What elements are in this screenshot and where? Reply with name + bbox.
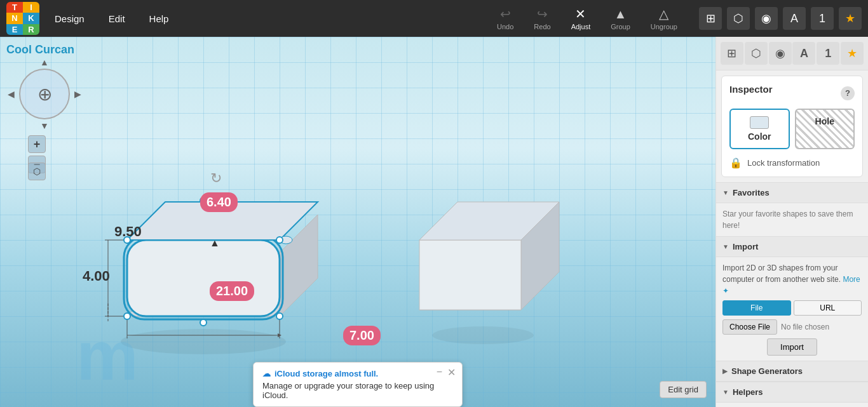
favorites-arrow: ▼ — [722, 189, 729, 196]
nav-cube: ▲ ▼ ◀ ▶ — [19, 69, 70, 119]
group-label: Group — [611, 23, 630, 30]
icloud-close-area: − ✕ — [437, 366, 456, 378]
shape-gen-title: Shape Generators — [731, 366, 803, 376]
helpers-title: Helpers — [733, 387, 763, 397]
logo-k: K — [23, 13, 39, 23]
inspector-panel: Inspector ? Color Hole 🔒 Lock transforma… — [721, 76, 863, 177]
group-button[interactable]: ▲ Group — [602, 4, 639, 33]
main-area: Cool Curcan ▲ ▼ ◀ ▶ + − ⬡ — [0, 37, 868, 407]
no-file-label: No file chosen — [781, 323, 829, 331]
nav-down-arrow[interactable]: ▼ — [40, 121, 49, 131]
color-swatch — [750, 116, 769, 129]
favorites-header[interactable]: ▼ Favorites — [716, 182, 868, 203]
undo-icon: ↩ — [500, 6, 511, 22]
inspector-title: Inspector — [729, 84, 773, 95]
adjust-icon: ✕ — [575, 6, 586, 22]
nav-right-arrow[interactable]: ▶ — [74, 89, 81, 99]
letter-a-icon-btn[interactable]: A — [792, 42, 815, 65]
logo-r: R — [23, 24, 39, 35]
undo-button[interactable]: ↩ Undo — [488, 4, 522, 33]
icloud-minimize-btn[interactable]: − — [437, 366, 442, 378]
dim-label-640: 6.40 — [200, 192, 238, 212]
ungroup-button[interactable]: △ Ungroup — [642, 4, 686, 33]
sphere-icon-btn[interactable]: ◉ — [769, 42, 792, 65]
choose-file-row: Choose File No file chosen — [722, 319, 862, 335]
redo-label: Redo — [534, 23, 550, 30]
grid-background — [0, 37, 715, 407]
inspector-buttons: Color Hole — [729, 109, 855, 149]
project-name: Cool Curcan — [6, 43, 74, 57]
dim-label-2100: 21.00 — [210, 281, 254, 301]
nav-up-arrow[interactable]: ▲ — [40, 57, 49, 67]
grid-view-btn[interactable]: ⊞ — [699, 7, 722, 30]
sidebar-icon-bar: ⊞ ⬡ ◉ A 1 ★ — [716, 37, 868, 70]
zoom-in-btn[interactable]: + — [28, 135, 46, 153]
helpers-content: W Workplane — [716, 403, 868, 407]
help-nav[interactable]: Help — [140, 10, 178, 28]
nav-circle[interactable] — [19, 69, 70, 119]
number-1-btn[interactable]: 1 — [811, 7, 834, 30]
adjust-label: Adjust — [571, 23, 591, 30]
canvas-area[interactable]: Cool Curcan ▲ ▼ ◀ ▶ + − ⬡ — [0, 37, 715, 407]
favorites-title: Favorites — [733, 188, 770, 197]
import-tab-file[interactable]: File — [722, 300, 791, 316]
shape-gen-arrow: ▶ — [722, 368, 728, 375]
import-tab-url[interactable]: URL — [794, 300, 862, 316]
import-tabs: File URL — [722, 300, 862, 316]
icloud-title: ☁ iCloud storage almost full. — [262, 369, 453, 378]
star-icon-btn[interactable]: ★ — [841, 42, 864, 65]
view-toggle-btn[interactable]: ⬡ — [28, 163, 46, 180]
import-content: Import 2D or 3D shapes from your compute… — [716, 257, 868, 361]
dim-label-950: 9.50 — [108, 221, 148, 243]
star-btn[interactable]: ★ — [839, 7, 862, 30]
helpers-arrow: ▼ — [722, 389, 729, 396]
helpers-header[interactable]: ▼ Helpers — [716, 382, 868, 403]
number-1-icon-btn[interactable]: 1 — [817, 42, 839, 65]
color-button[interactable]: Color — [729, 109, 790, 149]
grid-icon-btn[interactable]: ⊞ — [721, 42, 743, 65]
globe-btn[interactable]: ◉ — [755, 7, 778, 30]
design-nav[interactable]: Design — [46, 10, 93, 28]
hole-button[interactable]: Hole — [795, 109, 855, 149]
redo-button[interactable]: ↪ Redo — [525, 4, 559, 33]
dim-label-700: 7.00 — [343, 326, 381, 345]
logo-i: I — [23, 2, 39, 13]
shape3d-btn[interactable]: ⬡ — [727, 7, 750, 30]
toolbar-center: ↩ Undo ↪ Redo ✕ Adjust ▲ Group △ Ungroup — [488, 4, 686, 33]
adjust-button[interactable]: ✕ Adjust — [562, 4, 600, 33]
import-button[interactable]: Import — [767, 338, 817, 356]
choose-file-button[interactable]: Choose File — [722, 319, 777, 335]
icloud-close-btn[interactable]: ✕ — [447, 366, 456, 378]
dim-label-400: 4.00 — [76, 265, 116, 287]
shape-generators-header[interactable]: ▶ Shape Generators — [716, 361, 868, 382]
import-description: Import 2D or 3D shapes from your compute… — [722, 262, 862, 297]
edit-nav[interactable]: Edit — [100, 10, 134, 28]
icloud-message: Manage or upgrade your storage to keep u… — [262, 381, 453, 400]
undo-label: Undo — [497, 23, 513, 30]
import-arrow: ▼ — [722, 243, 729, 250]
tinkercad-logo[interactable]: T I N K E R — [6, 2, 39, 35]
icloud-notification: ☁ iCloud storage almost full. Manage or … — [253, 362, 463, 407]
ungroup-label: Ungroup — [651, 23, 677, 30]
logo-t: T — [6, 2, 23, 13]
toolbar-right: ⊞ ⬡ ◉ A 1 ★ — [699, 7, 862, 30]
import-title: Import — [733, 242, 758, 251]
ungroup-icon: △ — [659, 6, 668, 22]
topbar: T I N K E R Design Edit Help ↩ Undo ↪ Re… — [0, 0, 868, 37]
color-label: Color — [748, 131, 771, 142]
nav-left-arrow[interactable]: ◀ — [8, 89, 15, 99]
lock-icon: 🔒 — [729, 157, 742, 169]
redo-icon: ↪ — [537, 6, 548, 22]
lock-label: Lock transformation — [747, 158, 820, 168]
box-icon-btn[interactable]: ⬡ — [745, 42, 768, 65]
inspector-help-btn[interactable]: ? — [841, 86, 855, 100]
logo-e: E — [6, 24, 23, 35]
import-header[interactable]: ▼ Import — [716, 236, 868, 257]
lock-row: 🔒 Lock transformation — [729, 157, 855, 169]
icloud-icon: ☁ — [262, 369, 271, 378]
edit-grid-button[interactable]: Edit grid — [660, 381, 707, 398]
favorites-content: Star your favorite shapes to save them h… — [716, 203, 868, 236]
hole-label: Hole — [815, 116, 834, 126]
group-icon: ▲ — [614, 7, 627, 22]
letter-a-btn[interactable]: A — [783, 7, 806, 30]
